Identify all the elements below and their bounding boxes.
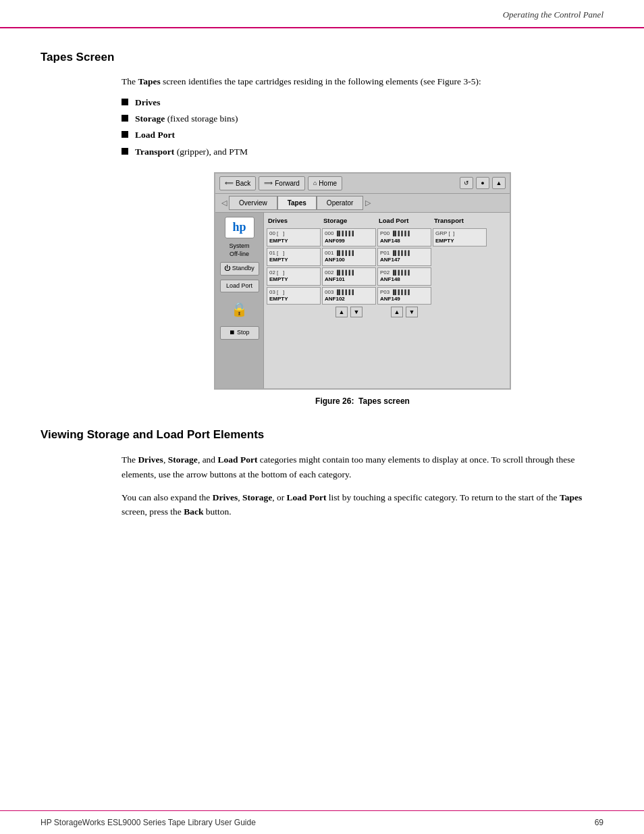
intro-paragraph: The Tapes screen identifies the tape car…	[122, 75, 603, 89]
bullet-icon	[122, 131, 128, 138]
section2: Viewing Storage and Load Port Elements T…	[41, 426, 603, 519]
list-item: Transport (gripper), and PTM	[122, 145, 603, 159]
drives-col: 00 [ ] EMPTY 01 [ ] EMPTY 02 [ ]	[267, 228, 321, 305]
tab-left-arrow[interactable]: ◁	[219, 197, 229, 209]
page-footer: HP StorageWorks ESL9000 Series Tape Libr…	[0, 810, 644, 834]
figure-caption: Figure 26: Tapes screen	[315, 395, 410, 407]
tab-tapes[interactable]: Tapes	[277, 196, 317, 210]
alert-icon-btn[interactable]: ▲	[492, 177, 506, 189]
screen-tabs: ◁ Overview Tapes Operator ▷	[215, 194, 510, 213]
tab-overview[interactable]: Overview	[229, 196, 277, 210]
bullet-icon	[122, 99, 128, 105]
forward-icon: ⟹	[264, 179, 273, 188]
page-header: Operating the Control Panel	[0, 0, 644, 28]
figure-caption-text: Tapes screen	[358, 396, 410, 406]
back-icon: ⟸	[225, 179, 234, 188]
list-item: Storage (fixed storage bins)	[122, 112, 603, 126]
storage-002[interactable]: 002 ▐▌▌▌▌▌ ANF101	[322, 267, 376, 286]
refresh-icon-btn[interactable]: ↺	[460, 177, 473, 189]
page-wrapper: Operating the Control Panel Tapes Screen…	[0, 0, 644, 834]
loadport-col: P00 ▐▌▌▌▌▌ ANF148 P01 ▐▌▌▌▌▌ ANF147 P02 …	[377, 228, 431, 305]
loadport-p01[interactable]: P01 ▐▌▌▌▌▌ ANF147	[377, 248, 431, 266]
standby-icon: ⏻	[224, 265, 230, 271]
loadport-arrows: ▲ ▼	[377, 307, 431, 317]
screen-figure: ⟸ Back ⟹ Forward ⌂ Home ↺	[122, 172, 603, 407]
col-loadport: Load Port	[377, 215, 431, 226]
loadport-p02[interactable]: P02 ▐▌▌▌▌▌ ANF148	[377, 267, 431, 286]
back-label: Back	[236, 178, 250, 188]
storage-003[interactable]: 003 ▐▌▌▌▌▌ ANF102	[322, 287, 376, 305]
header-title: Operating the Control Panel	[503, 9, 603, 20]
loadport-up-btn[interactable]: ▲	[391, 307, 403, 317]
hp-logo: hp	[225, 217, 254, 238]
status-line1: System	[229, 242, 249, 249]
screen-icon-group: ↺ ● ▲	[460, 177, 506, 189]
forward-label: Forward	[275, 178, 300, 188]
storage-col: 000 ▐▌▌▌▌▌ ANF099 001 ▐▌▌▌▌▌ ANF100 002 …	[322, 228, 376, 305]
tapes-screen: ⟸ Back ⟹ Forward ⌂ Home ↺	[214, 172, 511, 390]
lock-icon: 🔒	[231, 299, 248, 319]
bullet-text: Storage (fixed storage bins)	[135, 112, 238, 126]
screen-main-content: Drives Storage Load Port Transport	[264, 213, 510, 388]
section2-heading: Viewing Storage and Load Port Elements	[41, 426, 603, 444]
loadport-p00[interactable]: P00 ▐▌▌▌▌▌ ANF148	[377, 228, 431, 246]
drive-01[interactable]: 01 [ ] EMPTY	[267, 248, 321, 266]
section2-para1: The Drives, Storage, and Load Port categ…	[122, 452, 603, 481]
bullet-icon	[122, 148, 128, 155]
storage-down-btn[interactable]: ▼	[350, 307, 363, 317]
tab-operator[interactable]: Operator	[317, 196, 363, 210]
page-content: Tapes Screen The Tapes screen identifies…	[0, 28, 644, 554]
drives-arrows	[267, 307, 321, 317]
tab-right-arrow[interactable]: ▷	[363, 197, 373, 209]
drive-00[interactable]: 00 [ ] EMPTY	[267, 228, 321, 246]
status-line2: Off-line	[230, 251, 249, 257]
stop-button[interactable]: ⏹ Stop	[220, 326, 259, 340]
bullet-icon	[122, 115, 128, 122]
bullet-text: Transport (gripper), and PTM	[135, 145, 248, 159]
home-label: Home	[319, 178, 337, 188]
data-grid: 00 [ ] EMPTY 01 [ ] EMPTY 02 [ ]	[267, 228, 507, 305]
screen-body: hp System Off-line ⏻ Standby Load Port 🔒	[215, 213, 510, 388]
col-transport: Transport	[433, 215, 487, 226]
section2-body: The Drives, Storage, and Load Port categ…	[122, 452, 603, 519]
intro-bold: Tapes	[138, 76, 160, 86]
storage-up-btn[interactable]: ▲	[336, 307, 348, 317]
footer-right: 69	[595, 816, 603, 829]
power-icon-btn[interactable]: ●	[476, 177, 489, 189]
list-item: Drives	[122, 96, 603, 109]
screen-sidebar: hp System Off-line ⏻ Standby Load Port 🔒	[215, 213, 264, 388]
stop-icon: ⏹	[229, 329, 235, 336]
scroll-arrows: ▲ ▼ ▲ ▼	[267, 307, 507, 317]
standby-button[interactable]: ⏻ Standby	[220, 262, 259, 276]
section1-body: The Tapes screen identifies the tape car…	[122, 75, 603, 407]
footer-left: HP StorageWorks ESL9000 Series Tape Libr…	[41, 816, 256, 829]
transport-grp[interactable]: GRP [ ] EMPTY	[433, 228, 487, 246]
back-button[interactable]: ⟸ Back	[219, 176, 256, 190]
bullet-text: Drives	[135, 96, 161, 109]
drive-03[interactable]: 03 [ ] EMPTY	[267, 287, 321, 305]
column-headers: Drives Storage Load Port Transport	[267, 215, 507, 226]
system-status: System Off-line	[229, 242, 249, 258]
bullet-text: Load Port	[135, 128, 175, 142]
loadport-p03[interactable]: P03 ▐▌▌▌▌▌ ANF149	[377, 287, 431, 305]
col-drives: Drives	[267, 215, 321, 226]
section2-para2: You can also expand the Drives, Storage,…	[122, 490, 603, 519]
section1-heading: Tapes Screen	[41, 49, 603, 66]
loadport-button[interactable]: Load Port	[220, 280, 259, 293]
transport-col: GRP [ ] EMPTY	[433, 228, 487, 305]
storage-000[interactable]: 000 ▐▌▌▌▌▌ ANF099	[322, 228, 376, 246]
loadport-down-btn[interactable]: ▼	[406, 307, 418, 317]
forward-button[interactable]: ⟹ Forward	[259, 176, 305, 190]
col-storage: Storage	[322, 215, 376, 226]
home-button[interactable]: ⌂ Home	[308, 176, 342, 190]
figure-caption-prefix: Figure 26:	[315, 396, 358, 406]
bullet-list: Drives Storage (fixed storage bins) Load…	[122, 96, 603, 159]
list-item: Load Port	[122, 128, 603, 142]
drive-02[interactable]: 02 [ ] EMPTY	[267, 267, 321, 286]
storage-arrows: ▲ ▼	[322, 307, 376, 317]
transport-arrows	[433, 307, 487, 317]
home-icon: ⌂	[313, 179, 317, 188]
storage-001[interactable]: 001 ▐▌▌▌▌▌ ANF100	[322, 248, 376, 266]
screen-top-bar: ⟸ Back ⟹ Forward ⌂ Home ↺	[215, 174, 510, 194]
